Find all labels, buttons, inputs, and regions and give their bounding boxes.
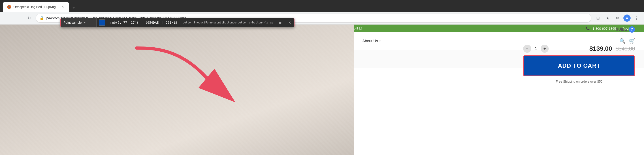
forward-button[interactable]: → [14, 14, 22, 22]
bookmark-icon[interactable]: ★ [604, 14, 612, 22]
quantity-controls: − 1 + [523, 45, 549, 53]
close-picker-button[interactable]: ✕ [285, 18, 294, 27]
tab-title: Orthopedic Dog Bed | PupRug... [14, 5, 58, 9]
dropdown-arrow-icon: ▼ [84, 21, 86, 24]
current-price: $139.00 [590, 45, 612, 52]
guide-icon: ? [629, 26, 635, 33]
active-tab[interactable]: 🐾 Orthopedic Dog Bed | PupRug... ✕ [3, 2, 69, 12]
hex-value: #054DAE [146, 21, 159, 24]
tab-bar: 🐾 Orthopedic Dog Bed | PupRug... ✕ + [0, 0, 644, 12]
dimensions-value: 291×18 [166, 21, 177, 24]
phone-icon: 📞 [586, 26, 590, 30]
quantity-value: 1 [535, 46, 537, 51]
back-button[interactable]: ← [4, 14, 12, 22]
free-shipping-text: Free Shipping on orders over $50 [523, 80, 635, 83]
tab-favicon: 🐾 [7, 5, 11, 9]
color-picker-overlay: Point sample ▼ rgb(5, 77, 174) | #054DAE… [60, 18, 294, 27]
search-icon[interactable]: 🔍 [620, 38, 626, 44]
price-display: $139.00 $349.00 [590, 45, 635, 52]
nav-right-icons: 🔍 🛒 [620, 38, 635, 44]
product-image-area [0, 24, 354, 155]
translate-icon[interactable]: ⊞ [594, 14, 602, 22]
guide-label: GUIDE [616, 27, 627, 31]
sample-type-label: Point sample [64, 21, 82, 24]
picker-actions: ▶ ✕ [276, 18, 294, 27]
play-button[interactable]: ▶ [276, 18, 285, 27]
quantity-price-row: − 1 + $139.00 $349.00 [523, 45, 635, 53]
website-content: Where Design meets Form and Function SPR… [0, 24, 644, 155]
lock-icon: 🔒 [40, 16, 44, 20]
original-price: $349.00 [616, 46, 635, 52]
new-tab-button[interactable]: + [70, 4, 78, 12]
css-selector: button.ProductForm-submitButton.o-button… [180, 18, 276, 27]
quantity-decrease-button[interactable]: − [523, 45, 531, 53]
refresh-button[interactable]: ↻ [25, 14, 33, 22]
phone-number[interactable]: 1 800 607-1865 [592, 26, 616, 30]
screenshot-icon[interactable]: ✏ [614, 14, 622, 22]
add-to-cart-button[interactable]: ADD TO CART [523, 55, 635, 76]
cart-icon[interactable]: 🛒 [629, 38, 635, 44]
rgb-value: rgb(5, 77, 174) [110, 21, 138, 24]
product-image [0, 24, 354, 155]
menu-icon[interactable]: ⋮ [632, 14, 640, 22]
tab-close-button[interactable]: ✕ [61, 5, 65, 9]
sample-type-dropdown[interactable]: Point sample ▼ [61, 18, 97, 27]
chevron-down-icon: ▾ [379, 39, 381, 43]
quantity-increase-button[interactable]: + [540, 45, 549, 53]
nav-about-us[interactable]: About Us ▾ [358, 37, 385, 46]
user-avatar[interactable]: A [624, 14, 630, 22]
color-values: rgb(5, 77, 174) | #054DAE | 291×18 [108, 18, 180, 27]
color-swatch [99, 19, 105, 26]
product-right-panel: − 1 + $139.00 $349.00 ADD TO CART Free S… [523, 45, 635, 83]
guide-button[interactable]: GUIDE ? [616, 26, 635, 33]
